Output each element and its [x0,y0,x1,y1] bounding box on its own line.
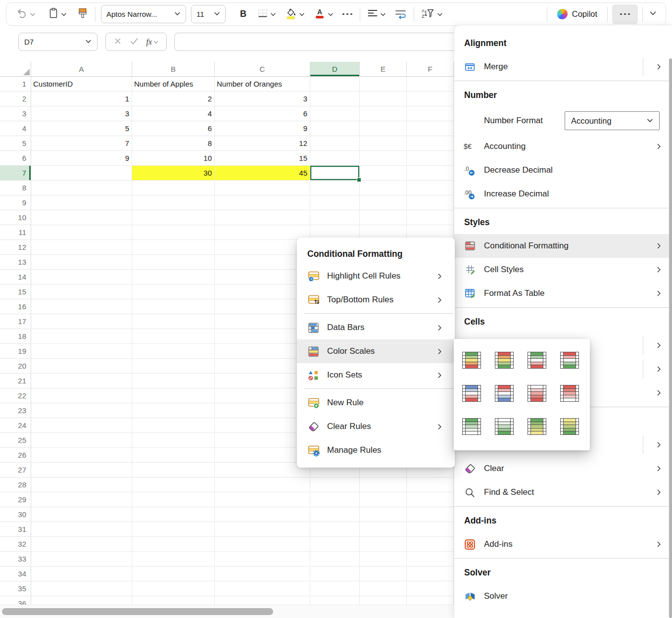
cell-e33[interactable] [360,552,407,567]
cell-c30[interactable] [215,507,310,522]
undo-button[interactable] [13,5,38,24]
cell-c15[interactable] [215,285,310,299]
format-painter-button[interactable] [75,5,91,24]
cell-a35[interactable] [31,581,132,596]
color-scale-white-red[interactable] [528,385,546,402]
row-header-2[interactable]: 2 [0,92,31,106]
cell-d30[interactable] [310,507,360,522]
row-header-26[interactable]: 26 [0,448,31,463]
panel-item-clear[interactable]: Clear [454,457,672,480]
cell-f35[interactable] [407,581,454,596]
color-scale-green-yellow-red[interactable] [462,352,481,369]
cell-c9[interactable] [215,195,310,210]
row-header-27[interactable]: 27 [0,463,31,477]
cell-a13[interactable] [31,255,132,270]
menu-item-new-rule[interactable]: New Rule [297,391,455,415]
cell-a12[interactable] [31,240,132,255]
color-scale-green-white-red[interactable] [528,352,546,369]
cell-d35[interactable] [310,581,360,596]
cell-d34[interactable] [310,567,360,581]
menu-item-color-scales[interactable]: Color Scales [297,339,455,363]
cell-c10[interactable] [215,210,310,225]
row-header-19[interactable]: 19 [0,344,31,359]
row-header-4[interactable]: 4 [0,121,31,136]
row-header-18[interactable]: 18 [0,329,31,344]
cell-e4[interactable] [360,121,407,136]
cell-a7[interactable] [31,166,132,181]
align-button[interactable] [365,5,388,24]
cell-b21[interactable] [132,374,215,388]
cell-b30[interactable] [132,507,215,522]
cell-e31[interactable] [360,522,407,537]
row-header-21[interactable]: 21 [0,374,31,388]
row-header-7[interactable]: 7 [0,166,31,181]
cell-c12[interactable] [215,240,310,255]
cell-a5[interactable]: 7 [31,136,132,151]
menu-item-highlight-cell-rules[interactable]: < Highlight Cell Rules [297,264,455,288]
column-header-d[interactable]: D [310,62,360,77]
cell-d9[interactable] [310,195,360,210]
cell-b18[interactable] [132,329,215,344]
row-header-28[interactable]: 28 [0,477,31,492]
cell-e8[interactable] [360,181,407,195]
cell-b9[interactable] [132,195,215,210]
cell-a14[interactable] [31,270,132,285]
row-header-17[interactable]: 17 [0,314,31,329]
cell-b1[interactable]: Number of Apples [132,77,215,92]
cell-b16[interactable] [132,299,215,314]
cell-e7[interactable] [360,166,407,181]
cell-c11[interactable] [215,225,310,240]
cell-a19[interactable] [31,344,132,359]
cell-e2[interactable] [360,92,407,106]
row-header-13[interactable]: 13 [0,255,31,270]
cell-b15[interactable] [132,285,215,299]
cell-f33[interactable] [407,552,454,567]
cell-f9[interactable] [407,195,454,210]
select-all-corner[interactable] [0,62,31,77]
cell-a2[interactable]: 1 [31,92,132,106]
cell-c35[interactable] [215,581,310,596]
cell-e29[interactable] [360,492,407,507]
cell-b27[interactable] [132,463,215,477]
cell-c27[interactable] [215,463,310,477]
cell-b2[interactable]: 2 [132,92,215,106]
cell-c23[interactable] [215,403,310,418]
cell-a34[interactable] [31,567,132,581]
panel-item-solver[interactable]: Solver [454,584,672,608]
ribbon-overflow-button[interactable] [612,4,638,24]
cell-c16[interactable] [215,299,310,314]
color-scale-green-yellow[interactable] [528,418,546,435]
cell-c4[interactable]: 9 [215,121,310,136]
cell-c22[interactable] [215,388,310,403]
font-size-select[interactable]: 11 [191,5,226,23]
cell-a6[interactable]: 9 [31,151,132,166]
row-header-31[interactable]: 31 [0,522,31,537]
row-header-5[interactable]: 5 [0,136,31,151]
cell-b22[interactable] [132,388,215,403]
cell-f36[interactable] [407,596,454,605]
row-header-30[interactable]: 30 [0,507,31,522]
cell-a18[interactable] [31,329,132,344]
cell-d33[interactable] [310,552,360,567]
cell-b25[interactable] [132,433,215,448]
panel-item-cell-styles[interactable]: Cell Styles [454,258,672,282]
cell-e10[interactable] [360,210,407,225]
cell-a10[interactable] [31,210,132,225]
cell-b14[interactable] [132,270,215,285]
cell-c17[interactable] [215,314,310,329]
enter-check-icon[interactable] [130,37,139,47]
row-header-33[interactable]: 33 [0,552,31,567]
color-scale-yellow-green[interactable] [560,418,579,435]
horizontal-scrollbar[interactable] [0,605,454,618]
cell-a16[interactable] [31,299,132,314]
cell-b3[interactable]: 4 [132,106,215,121]
menu-item-manage-rules[interactable]: Manage Rules [297,438,455,462]
row-header-3[interactable]: 3 [0,106,31,121]
cell-c21[interactable] [215,374,310,388]
cell-c6[interactable]: 15 [215,151,310,166]
panel-item-decrease-decimal[interactable]: .0 Decrease Decimal [454,158,672,182]
panel-item-increase-decimal[interactable]: .00 Increase Decimal [454,182,672,206]
color-scale-blue-white-red[interactable] [462,385,481,402]
menu-item-top-bottom-rules[interactable]: Top/Bottom Rules [297,288,455,312]
row-header-8[interactable]: 8 [0,181,31,195]
